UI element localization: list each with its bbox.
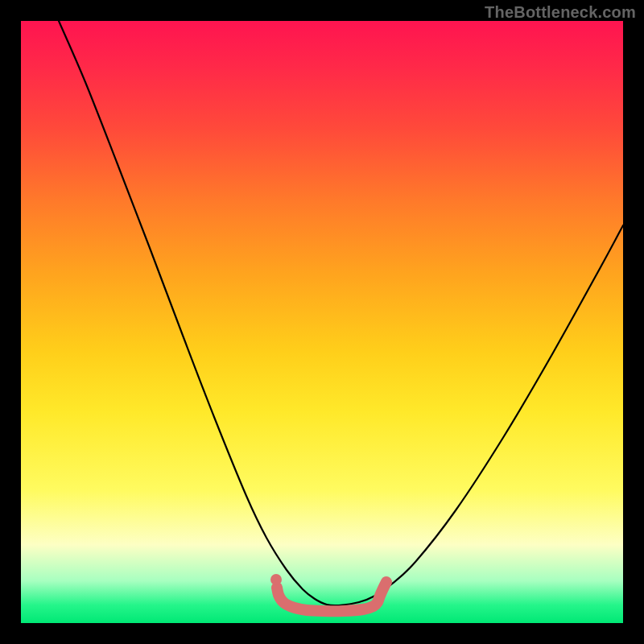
- highlight-cap-left: [270, 574, 282, 585]
- highlight-trough: [277, 582, 386, 611]
- watermark-text: TheBottleneck.com: [485, 3, 636, 22]
- chart-overlay-svg: [21, 21, 623, 623]
- bottleneck-curve: [59, 21, 623, 605]
